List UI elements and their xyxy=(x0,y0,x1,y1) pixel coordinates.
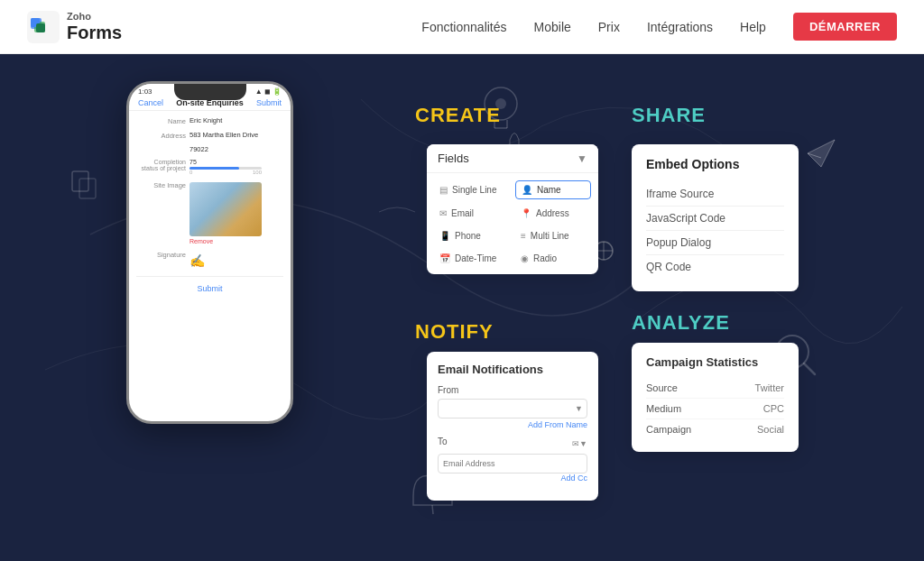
phone-slider-val: 75 xyxy=(189,159,262,165)
logo: Zoho Forms xyxy=(27,11,122,43)
analyze-card-title: Campaign Statistics xyxy=(646,355,784,369)
name-icon: 👤 xyxy=(522,185,532,195)
phone-address-field: Address 583 Martha Ellen Drive xyxy=(136,131,283,140)
svg-rect-4 xyxy=(36,23,45,32)
notify-to-envelope-icon: ✉▼ xyxy=(572,439,587,448)
section-analyze-label: ANALYZE xyxy=(632,311,730,335)
nav-help[interactable]: Help xyxy=(740,20,766,34)
phone-name-label: Name xyxy=(136,116,186,125)
section-create-label: CREATE xyxy=(415,104,501,127)
field-date-time-label: Date-Time xyxy=(455,253,496,263)
analyze-medium-label: Medium xyxy=(646,403,681,414)
phone-slider-ends: 0 100 xyxy=(189,170,262,175)
hero-section: 1:03 ▲ ◼ 🔋 Cancel On-site Enquiries Subm… xyxy=(0,54,924,561)
analyze-row-campaign: Campaign Social xyxy=(646,419,784,439)
create-card: Fields ▼ ▤ Single Line 👤 Name ✉ Email 📍 … xyxy=(427,144,598,274)
svg-line-14 xyxy=(432,505,433,514)
single-line-icon: ▤ xyxy=(439,185,448,195)
logo-text: Zoho Forms xyxy=(67,11,122,41)
embed-option-qr[interactable]: QR Code xyxy=(646,255,784,279)
embed-option-iframe[interactable]: Iframe Source xyxy=(646,182,784,207)
phone-name-field: Name Eric Knight xyxy=(136,116,283,125)
demarrer-button[interactable]: DÉMARRER xyxy=(793,13,897,41)
phone-icon: 📱 xyxy=(439,231,450,241)
notify-email-input[interactable] xyxy=(438,454,587,474)
nav-pricing[interactable]: Prix xyxy=(598,20,620,34)
field-multi-line-label: Multi Line xyxy=(531,231,569,241)
field-email[interactable]: ✉ Email xyxy=(434,205,510,222)
analyze-campaign-label: Campaign xyxy=(646,424,691,435)
field-name[interactable]: 👤 Name xyxy=(515,180,591,199)
create-card-header-label: Fields xyxy=(438,152,469,165)
phone-signature-value: ✍ xyxy=(189,253,205,269)
phone-slider-fill xyxy=(189,167,239,170)
phone-site-image-label: Site Image xyxy=(136,180,186,244)
multi-line-icon: ≡ xyxy=(521,231,526,241)
field-single-line-label: Single Line xyxy=(452,185,496,195)
email-icon: ✉ xyxy=(439,208,447,218)
phone-site-image xyxy=(189,182,262,236)
field-address[interactable]: 📍 Address xyxy=(515,205,591,222)
field-phone[interactable]: 📱 Phone xyxy=(434,227,510,244)
phone-address2-field: 79022 xyxy=(136,145,283,153)
phone-address2-value: 79022 xyxy=(189,145,208,153)
address-icon: 📍 xyxy=(521,208,531,218)
phone-slider-max: 100 xyxy=(253,170,262,175)
notify-from-input-wrap: ▼ xyxy=(438,399,587,418)
field-multi-line[interactable]: ≡ Multi Line xyxy=(515,227,591,244)
notify-from-input[interactable] xyxy=(438,399,587,418)
nav-features[interactable]: Fonctionnalités xyxy=(421,20,506,34)
nav-integrations[interactable]: Intégrations xyxy=(647,20,713,34)
phone-slider-min: 0 xyxy=(189,170,192,175)
notify-from-dropdown-icon: ▼ xyxy=(575,404,583,413)
analyze-row-medium: Medium CPC xyxy=(646,399,784,419)
date-time-icon: 📅 xyxy=(439,253,450,263)
embed-option-javascript[interactable]: JavaScript Code xyxy=(646,207,784,231)
phone-mockup: 1:03 ▲ ◼ 🔋 Cancel On-site Enquiries Subm… xyxy=(126,81,293,424)
phone-notch xyxy=(174,84,246,100)
notify-add-from-name[interactable]: Add From Name xyxy=(438,420,587,429)
section-notify-label: NOTIFY xyxy=(415,320,494,344)
logo-zoho: Zoho xyxy=(67,11,122,22)
field-email-label: Email xyxy=(451,208,474,218)
analyze-medium-value: CPC xyxy=(763,403,784,414)
field-date-time[interactable]: 📅 Date-Time xyxy=(434,250,510,267)
notify-card: Email Notifications From ▼ Add From Name… xyxy=(427,352,598,501)
svg-line-13 xyxy=(804,363,815,374)
analyze-source-label: Source xyxy=(646,382,678,393)
analyze-campaign-value: Social xyxy=(757,424,784,435)
phone-slider-track xyxy=(189,167,262,170)
phone-body: Name Eric Knight Address 583 Martha Elle… xyxy=(129,111,291,299)
phone-slider-wrap: 75 0 100 xyxy=(189,159,262,175)
notify-from-label: From xyxy=(438,385,587,395)
create-card-header: Fields ▼ xyxy=(427,144,598,173)
phone-submit-link: Submit xyxy=(256,98,282,107)
analyze-source-value: Twitter xyxy=(755,382,784,393)
phone-signature-label: Signature xyxy=(136,250,186,269)
phone-address-value: 583 Martha Ellen Drive xyxy=(189,131,258,140)
section-share-label: SHARE xyxy=(632,104,706,127)
phone-signal: ▲ ◼ 🔋 xyxy=(255,87,282,96)
field-radio[interactable]: ◉ Radio xyxy=(515,250,591,267)
nav-mobile[interactable]: Mobile xyxy=(534,20,571,34)
field-radio-label: Radio xyxy=(533,253,557,263)
field-name-label: Name xyxy=(537,185,561,195)
svg-rect-6 xyxy=(79,179,96,198)
create-card-body: ▤ Single Line 👤 Name ✉ Email 📍 Address 📱… xyxy=(427,173,598,274)
analyze-card: Campaign Statistics Source Twitter Mediu… xyxy=(632,343,799,452)
notify-add-cc[interactable]: Add Cc xyxy=(438,474,587,483)
phone-time: 1:03 xyxy=(138,87,152,96)
embed-option-popup[interactable]: Popup Dialog xyxy=(646,231,784,255)
field-single-line[interactable]: ▤ Single Line xyxy=(434,180,510,199)
phone-frame: 1:03 ▲ ◼ 🔋 Cancel On-site Enquiries Subm… xyxy=(126,81,293,424)
navbar: Zoho Forms Fonctionnalités Mobile Prix I… xyxy=(0,0,924,54)
phone-completion-label: Completion status of project xyxy=(136,159,186,175)
phone-remove-link: Remove xyxy=(189,238,262,244)
create-card-dropdown-icon[interactable]: ▼ xyxy=(577,152,587,165)
embed-card-title: Embed Options xyxy=(646,157,784,171)
zoho-logo-icon xyxy=(27,11,60,43)
analyze-row-source: Source Twitter xyxy=(646,378,784,399)
field-address-label: Address xyxy=(536,208,569,218)
logo-forms: Forms xyxy=(67,23,122,42)
phone-address2-label xyxy=(136,145,186,153)
